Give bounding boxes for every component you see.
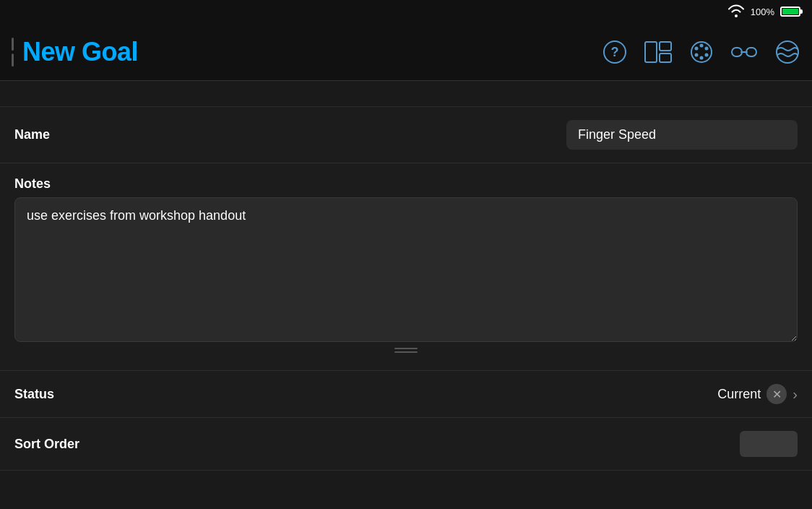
page-title: New Goal [22,37,138,67]
status-value: Current [717,387,761,402]
svg-point-6 [695,46,699,50]
svg-point-7 [700,43,704,47]
svg-point-9 [705,53,709,56]
name-row: Name [0,107,812,163]
svg-text:?: ? [611,45,619,59]
help-icon[interactable]: ? [602,40,627,64]
menu-icon[interactable] [12,38,14,67]
battery-percent: 100% [751,7,774,17]
link-icon[interactable] [731,43,757,61]
notes-section: Notes use exercises from workshop handou… [0,163,812,371]
svg-rect-4 [660,54,671,62]
nav-bar: New Goal ? [0,23,812,81]
notes-label-row: Notes [0,163,812,197]
nav-left: New Goal [12,37,138,67]
svg-rect-2 [645,42,657,62]
status-label: Status [14,387,54,402]
svg-point-10 [700,56,704,59]
notes-textarea[interactable]: use exercises from workshop handout [14,197,798,342]
svg-rect-13 [746,48,756,56]
battery-icon [780,7,800,17]
notes-textarea-wrapper: use exercises from workshop handout [0,197,812,370]
main-content: Name Notes use exercises from workshop h… [0,107,812,471]
toolbar-strip [0,81,812,107]
sort-order-label: Sort Order [14,437,79,452]
palette-icon[interactable] [689,40,714,64]
svg-point-8 [705,46,709,50]
svg-point-11 [695,53,699,56]
svg-rect-3 [660,42,671,51]
status-row: Status Current ✕ › [0,371,812,418]
svg-rect-12 [732,48,742,56]
sort-order-input[interactable] [740,431,798,457]
status-clear-button[interactable]: ✕ [766,384,787,404]
svg-point-14 [777,41,798,63]
status-bar: 100% [0,0,812,23]
name-label: Name [14,127,50,142]
name-input[interactable] [566,120,798,150]
notes-label: Notes [14,176,51,191]
status-chevron-icon[interactable]: › [792,386,798,403]
sort-order-row: Sort Order [0,418,812,471]
nav-right: ? [602,39,800,65]
library-icon[interactable] [644,41,672,63]
resize-handle [14,345,798,359]
status-value-group: Current ✕ › [717,384,798,404]
wifi-icon [727,4,745,20]
globe-icon[interactable] [774,39,800,65]
resize-bars [394,348,418,353]
